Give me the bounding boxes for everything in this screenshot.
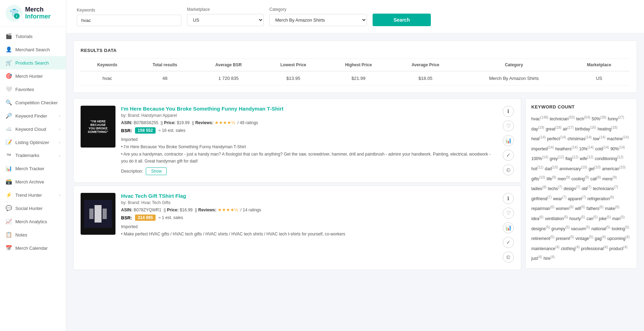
keyword-tag[interactable]: product(4) — [609, 244, 628, 253]
keyword-tag[interactable]: techs(7) — [548, 184, 562, 193]
show-description-button[interactable]: Show — [146, 167, 167, 175]
keyword-tag[interactable]: refrigeration(6) — [587, 194, 614, 203]
check-button[interactable]: ✓ — [503, 150, 514, 161]
keyword-tag[interactable]: life(9) — [547, 174, 556, 183]
keyword-tag[interactable]: repairman(6) — [531, 204, 554, 213]
favorite-button[interactable]: ♡ — [503, 208, 514, 219]
keyword-tag[interactable]: machine(14) — [607, 134, 629, 143]
keyword-tag[interactable]: dad(10) — [545, 164, 558, 173]
keyword-tag[interactable]: vacuum(5) — [571, 224, 590, 233]
keyword-tag[interactable]: old(7) — [582, 184, 591, 193]
keyword-tag[interactable]: looking(5) — [612, 224, 629, 233]
keyword-tag[interactable]: imported(14) — [531, 144, 554, 153]
keyword-tag[interactable]: great(18) — [546, 125, 561, 133]
chart-button[interactable]: 📊 — [503, 135, 514, 146]
keyword-tag[interactable]: 100%(14) — [531, 154, 548, 163]
info-button[interactable]: ℹ — [503, 193, 514, 204]
keyword-tag[interactable]: birthday(16) — [575, 125, 596, 133]
sidebar-item-merch-tracker[interactable]: 📊 Merch Tracker — [0, 162, 66, 175]
keyword-tag[interactable]: wear(7) — [553, 194, 566, 203]
sidebar-item-tutorials[interactable]: 🎬 Tutorials — [0, 30, 66, 43]
keyword-tag[interactable]: just(4) — [531, 254, 542, 263]
search-button[interactable]: Search — [373, 14, 431, 26]
keyword-tag[interactable]: joke(5) — [599, 214, 611, 223]
sidebar-item-competition-checker[interactable]: 🔍 Competition Checker — [0, 96, 66, 109]
keyword-tag[interactable]: can(5) — [586, 214, 598, 223]
keyword-tag[interactable]: grey(12) — [550, 154, 564, 163]
keyword-tag[interactable]: upcoming(4) — [607, 234, 630, 243]
sidebar-item-trademarks[interactable]: ™️ Trademarks › — [0, 149, 66, 162]
sidebar-item-merch-analytics[interactable]: 📈 Merch Analytics — [0, 215, 66, 228]
keyword-tag[interactable]: anniversary(10) — [559, 164, 587, 173]
keyword-tag[interactable]: day(19) — [531, 125, 544, 133]
sidebar-item-keyword-finder[interactable]: 🔎 Keyword Finder › — [0, 109, 66, 122]
keyword-tag[interactable]: funny(27) — [608, 114, 624, 123]
keyword-tag[interactable]: american(10) — [602, 164, 626, 173]
keyword-tag[interactable]: grumpy(5) — [552, 224, 570, 233]
keywords-input[interactable] — [77, 15, 181, 26]
sidebar-item-products-search[interactable]: 🛒 Products Search — [0, 56, 66, 69]
sidebar-item-favorites[interactable]: 🤍 Favorites — [0, 83, 66, 96]
keyword-tag[interactable]: heat(14) — [531, 134, 546, 143]
keyword-tag[interactable]: man(5) — [612, 214, 625, 223]
category-select[interactable]: Merch By Amazon Shirts Merch By Amazon P… — [269, 14, 367, 26]
keyword-tag[interactable]: low(14) — [593, 134, 606, 143]
keyword-tag[interactable]: heathers(14) — [555, 144, 578, 153]
keyword-tag[interactable]: heating(16) — [598, 125, 617, 133]
keyword-tag[interactable]: technician(55) — [550, 114, 575, 123]
keyword-tag[interactable]: vintage(5) — [576, 234, 593, 243]
keyword-tag[interactable]: men(9) — [557, 174, 570, 183]
keyword-tag[interactable]: girlfriend(7) — [531, 194, 552, 203]
keyword-tag[interactable]: perfect(14) — [547, 134, 566, 143]
keyword-tag[interactable]: 90%(14) — [611, 144, 625, 153]
keyword-tag[interactable]: tech(54) — [576, 114, 590, 123]
keyword-tag[interactable]: hourly(5) — [569, 214, 585, 223]
keyword-tag[interactable]: 50%(28) — [592, 114, 606, 123]
keyword-tag[interactable]: women(6) — [556, 204, 574, 213]
brand-name[interactable]: Handyman Apparel — [141, 113, 177, 118]
marketplace-select[interactable]: US UK DE FR JP — [187, 14, 264, 26]
sidebar-item-merch-hunter[interactable]: 🎯 Merch Hunter — [0, 69, 66, 83]
chart-button[interactable]: 📊 — [503, 222, 514, 233]
keyword-tag[interactable]: retirement(5) — [531, 234, 554, 243]
keyword-tag[interactable]: cold(14) — [595, 144, 609, 153]
keyword-tag[interactable]: clothing(4) — [561, 244, 580, 253]
keyword-tag[interactable]: idea(6) — [531, 214, 544, 223]
keyword-tag[interactable]: cooling(9) — [571, 174, 589, 183]
sidebar-item-notes[interactable]: 📋 Notes — [0, 228, 66, 241]
product-title[interactable]: Hvac Tech Gift TShirt Flag — [121, 193, 494, 199]
keyword-tag[interactable]: designs(5) — [531, 224, 550, 233]
favorite-button[interactable]: ♡ — [503, 120, 514, 131]
keyword-tag[interactable]: get(10) — [589, 164, 600, 173]
keyword-tag[interactable]: professional(4) — [581, 244, 608, 253]
info-button[interactable]: ℹ — [503, 106, 514, 117]
keyword-tag[interactable]: ventilation(5) — [545, 214, 568, 223]
keyword-tag[interactable]: 10%(14) — [579, 144, 594, 153]
copyright-button[interactable]: © — [503, 164, 514, 175]
keyword-tag[interactable]: gag(4) — [594, 234, 606, 243]
sidebar-item-keyword-cloud[interactable]: ☁️ Keyword Cloud › — [0, 122, 66, 136]
keyword-tag[interactable]: make(6) — [605, 204, 620, 213]
keyword-tag[interactable]: apparel(7) — [568, 194, 586, 203]
sidebar-item-trend-hunter[interactable]: ⚡ Trend Hunter › — [0, 188, 66, 202]
keyword-tag[interactable]: christmas(14) — [568, 134, 592, 143]
check-button[interactable]: ✓ — [503, 237, 514, 248]
keyword-tag[interactable]: technicians(7) — [593, 184, 618, 193]
keyword-tag[interactable]: call(8) — [590, 174, 601, 183]
keyword-tag[interactable]: maintenance(4) — [531, 244, 560, 253]
product-title[interactable]: I'm Here Because You Broke Something Fun… — [121, 106, 494, 112]
keyword-tag[interactable]: hire(4) — [544, 254, 555, 263]
sidebar-item-merch-calendar[interactable]: 📅 Merch Calendar — [0, 241, 66, 255]
keyword-tag[interactable]: present(5) — [556, 234, 574, 243]
keyword-tag[interactable]: hvac(148) — [531, 114, 548, 123]
sidebar-item-social-hunter[interactable]: 💬 Social Hunter — [0, 202, 66, 215]
keyword-tag[interactable]: ladies(8) — [531, 184, 547, 193]
keyword-tag[interactable]: wife(12) — [580, 154, 593, 163]
sidebar-item-merch-archive[interactable]: 🗃️ Merch Archive — [0, 175, 66, 188]
keyword-tag[interactable]: gifts(10) — [531, 174, 545, 183]
sidebar-item-listing-optimizer[interactable]: 📝 Listing Optimizer › — [0, 136, 66, 149]
copyright-button[interactable]: © — [503, 251, 514, 263]
keyword-tag[interactable]: national(5) — [591, 224, 610, 233]
keyword-tag[interactable]: air(17) — [563, 125, 574, 133]
keyword-tag[interactable]: will(6) — [575, 204, 585, 213]
